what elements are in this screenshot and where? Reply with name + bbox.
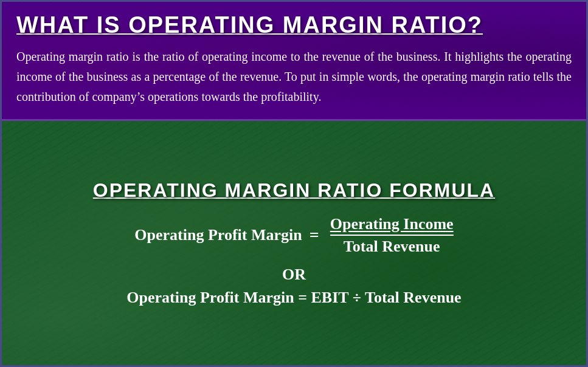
description-text: Operating margin ratio is the ratio of o… [16,47,572,107]
formula-equals: = [310,225,319,245]
fraction-denominator: Total Revenue [344,236,440,256]
formula-fraction: Operating Income Total Revenue [330,215,454,256]
formula-row-1: Operating Profit Margin = Operating Inco… [134,215,453,256]
formula-title: Operating Margin Ratio Formula [93,179,495,202]
top-section: What Is Operating Margin Ratio? Operatin… [2,2,586,121]
fraction-numerator: Operating Income [330,215,454,236]
bottom-section: Operating Margin Ratio Formula Operating… [2,121,586,365]
main-title: What Is Operating Margin Ratio? [16,13,572,38]
main-container: What Is Operating Margin Ratio? Operatin… [0,0,588,367]
formula-lhs: Operating Profit Margin [134,226,302,244]
formula-row-2: Operating Profit Margin = EBIT ÷ Total R… [126,289,461,307]
or-text: OR [282,266,306,284]
